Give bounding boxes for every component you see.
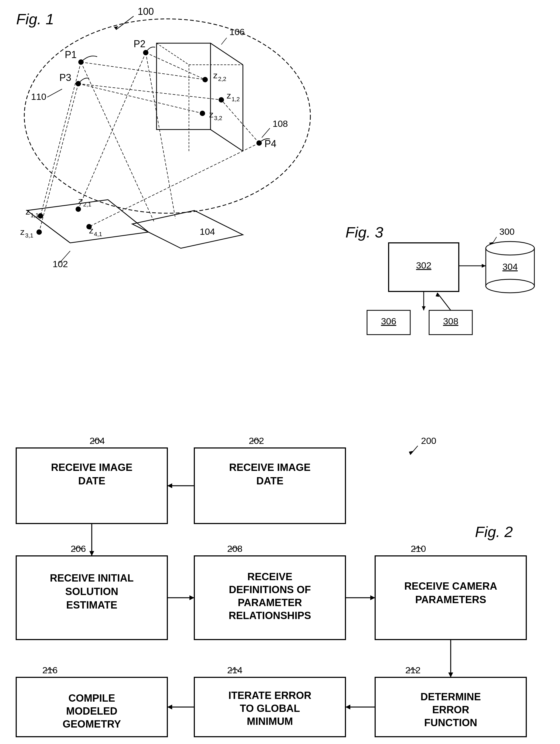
svg-text:COMPILE: COMPILE <box>68 693 115 704</box>
svg-text:RECEIVE INITIAL: RECEIVE INITIAL <box>50 572 134 584</box>
svg-text:DATE: DATE <box>78 475 106 487</box>
svg-line-37 <box>78 84 221 100</box>
svg-text:202: 202 <box>249 436 264 446</box>
svg-line-13 <box>221 38 227 44</box>
svg-line-57 <box>40 62 81 216</box>
svg-text:212: 212 <box>405 665 421 675</box>
svg-text:z: z <box>89 226 94 235</box>
svg-line-60 <box>89 143 259 227</box>
svg-line-38 <box>221 100 259 143</box>
svg-text:308: 308 <box>443 316 458 326</box>
svg-marker-74 <box>482 264 486 268</box>
svg-text:302: 302 <box>416 260 432 270</box>
svg-text:PARAMETERS: PARAMETERS <box>415 594 486 605</box>
svg-marker-134 <box>448 672 453 677</box>
svg-text:RELATIONSHIPS: RELATIONSHIPS <box>229 610 311 621</box>
svg-rect-97 <box>16 556 167 640</box>
svg-text:304: 304 <box>502 261 518 272</box>
svg-text:300: 300 <box>499 226 515 237</box>
svg-text:z: z <box>209 110 214 119</box>
svg-text:104: 104 <box>200 226 215 237</box>
svg-point-71 <box>486 279 534 293</box>
svg-text:Fig. 1: Fig. 1 <box>16 10 54 28</box>
svg-marker-115 <box>189 595 194 600</box>
fig1-diagram: Fig. 1 100 106 P1 P2 P3 110 P4 108 z 2,2… <box>0 0 345 324</box>
svg-text:z: z <box>26 207 30 216</box>
svg-point-70 <box>486 241 534 255</box>
svg-point-4 <box>24 19 310 213</box>
svg-text:106: 106 <box>229 27 245 37</box>
svg-text:z: z <box>227 91 231 100</box>
svg-marker-3 <box>114 26 118 30</box>
svg-line-6 <box>211 43 243 65</box>
svg-line-59 <box>39 84 78 232</box>
svg-text:RECEIVE CAMERA: RECEIVE CAMERA <box>404 581 497 592</box>
svg-text:P2: P2 <box>134 38 145 49</box>
svg-text:z: z <box>20 227 25 237</box>
svg-text:216: 216 <box>42 665 58 675</box>
svg-text:3,2: 3,2 <box>214 115 222 121</box>
svg-text:2,2: 2,2 <box>218 76 226 82</box>
svg-marker-55 <box>132 211 243 248</box>
svg-text:SOLUTION: SOLUTION <box>65 586 118 597</box>
svg-text:214: 214 <box>227 665 242 675</box>
svg-line-21 <box>47 89 62 97</box>
svg-text:P4: P4 <box>264 138 276 149</box>
svg-text:MINIMUM: MINIMUM <box>247 716 293 727</box>
svg-text:Fig. 2: Fig. 2 <box>475 523 513 540</box>
svg-text:RECEIVE: RECEIVE <box>248 571 293 582</box>
svg-text:204: 204 <box>89 436 105 446</box>
svg-line-61 <box>81 62 154 221</box>
svg-text:DEFINITIONS OF: DEFINITIONS OF <box>229 584 311 595</box>
svg-text:ESTIMATE: ESTIMATE <box>66 599 117 611</box>
svg-text:108: 108 <box>272 118 288 129</box>
svg-text:110: 110 <box>31 91 46 102</box>
svg-marker-5 <box>156 43 211 129</box>
svg-line-81 <box>437 293 451 310</box>
svg-text:FUNCTION: FUNCTION <box>424 717 477 728</box>
svg-text:DATE: DATE <box>256 475 284 487</box>
svg-text:200: 200 <box>421 436 436 446</box>
svg-text:1,1: 1,1 <box>31 212 39 219</box>
svg-text:ITERATE ERROR: ITERATE ERROR <box>228 690 311 701</box>
svg-text:RECEIVE IMAGE: RECEIVE IMAGE <box>229 462 311 473</box>
svg-line-25 <box>262 128 270 138</box>
svg-line-9 <box>156 43 189 65</box>
svg-text:102: 102 <box>52 259 68 269</box>
svg-line-85 <box>410 446 418 455</box>
svg-text:206: 206 <box>71 544 86 554</box>
svg-text:1,2: 1,2 <box>231 96 240 103</box>
svg-text:Fig. 3: Fig. 3 <box>345 224 383 241</box>
svg-text:P3: P3 <box>60 72 71 83</box>
svg-marker-136 <box>345 705 350 709</box>
svg-line-2 <box>116 16 134 30</box>
svg-line-58 <box>78 52 146 209</box>
svg-text:ERROR: ERROR <box>432 704 469 715</box>
svg-text:100: 100 <box>138 6 154 17</box>
svg-text:MODELED: MODELED <box>66 705 117 717</box>
svg-text:DETERMINE: DETERMINE <box>420 691 481 702</box>
fig2-diagram: Fig. 2 200 204 RECEIVE IMAGE DATE 202 RE… <box>0 413 560 744</box>
svg-text:P1: P1 <box>65 49 77 60</box>
svg-marker-117 <box>370 595 375 600</box>
svg-text:PARAMETER: PARAMETER <box>238 597 302 608</box>
svg-text:208: 208 <box>227 544 242 554</box>
svg-text:2,1: 2,1 <box>83 201 91 208</box>
svg-marker-113 <box>89 551 94 556</box>
svg-text:3,1: 3,1 <box>25 232 33 239</box>
svg-text:4,1: 4,1 <box>94 231 102 237</box>
fig3-diagram: Fig. 3 300 302 304 306 308 <box>340 221 551 343</box>
svg-text:TO GLOBAL: TO GLOBAL <box>240 703 300 714</box>
svg-line-35 <box>81 62 205 80</box>
svg-text:210: 210 <box>411 544 426 554</box>
svg-text:z: z <box>213 70 218 80</box>
svg-line-8 <box>211 129 243 151</box>
svg-text:RECEIVE IMAGE: RECEIVE IMAGE <box>51 462 133 473</box>
svg-text:GEOMETRY: GEOMETRY <box>63 718 121 730</box>
svg-marker-96 <box>167 483 172 488</box>
svg-text:306: 306 <box>381 316 397 326</box>
svg-marker-138 <box>167 705 172 709</box>
svg-marker-80 <box>422 306 425 310</box>
svg-line-39 <box>78 84 202 113</box>
svg-line-62 <box>146 52 176 219</box>
